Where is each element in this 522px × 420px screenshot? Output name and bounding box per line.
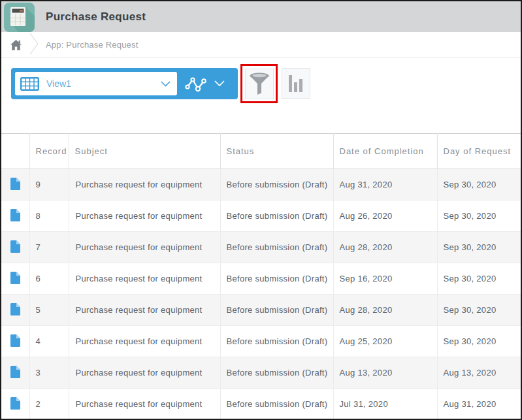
cell-date-of-completion: Aug 28, 2020 — [333, 232, 437, 263]
column-header-icon — [1, 134, 29, 169]
cell-record: 2 — [29, 389, 69, 420]
app-header: Purchase Request — [1, 1, 521, 32]
toolbar: View1 — [1, 58, 521, 133]
table-row[interactable]: 2Purchase request for equipmentBefore su… — [1, 389, 521, 420]
cell-date-of-completion: Aug 25, 2020 — [333, 326, 437, 357]
current-view-name: View1 — [46, 78, 71, 89]
cell-date-of-completion: Sep 16, 2020 — [333, 263, 437, 295]
cell-status: Before submission (Draft) — [220, 357, 333, 389]
filter-button[interactable] — [245, 69, 274, 99]
cell-status: Before submission (Draft) — [220, 389, 333, 420]
cell-subject: Purchase request for equipment — [69, 263, 220, 295]
cell-date-of-completion: Aug 28, 2020 — [333, 295, 437, 326]
table-row[interactable]: 6Purchase request for equipmentBefore su… — [1, 263, 521, 295]
chart-button[interactable] — [282, 68, 310, 99]
chevron-down-icon — [161, 81, 171, 87]
document-icon[interactable] — [10, 303, 20, 315]
cell-record: 9 — [29, 169, 69, 201]
cell-status: Before submission (Draft) — [220, 295, 333, 326]
table-body: 9Purchase request for equipmentBefore su… — [1, 169, 521, 420]
cell-status: Before submission (Draft) — [220, 263, 333, 295]
table-row[interactable]: 7Purchase request for equipmentBefore su… — [1, 232, 521, 263]
cell-subject: Purchase request for equipment — [69, 357, 220, 389]
table-row[interactable]: 9Purchase request for equipmentBefore su… — [1, 169, 521, 201]
cell-record: 6 — [29, 263, 69, 295]
table-row[interactable]: 4Purchase request for equipmentBefore su… — [1, 326, 521, 357]
document-icon[interactable] — [10, 209, 20, 221]
cell-day-of-request: Sep 30, 2020 — [437, 326, 521, 357]
records-table: Record Subject Status Date of Completion… — [1, 133, 521, 420]
home-icon[interactable] — [10, 40, 22, 50]
cell-subject: Purchase request for equipment — [69, 326, 220, 357]
cell-day-of-request: Sep 30, 2020 — [437, 169, 521, 201]
column-header-subject: Subject — [69, 134, 220, 169]
table-header-row: Record Subject Status Date of Completion… — [1, 134, 521, 169]
table-grid-icon — [20, 77, 39, 91]
cell-record: 4 — [29, 326, 69, 357]
column-header-status: Status — [220, 134, 333, 169]
cell-status: Before submission (Draft) — [220, 201, 333, 232]
cell-status: Before submission (Draft) — [220, 326, 333, 357]
page-title: Purchase Request — [46, 10, 146, 24]
cell-date-of-completion: Aug 31, 2020 — [333, 169, 437, 201]
document-icon[interactable] — [10, 240, 20, 253]
cell-day-of-request: Sep 30, 2020 — [437, 295, 521, 326]
view-dropdown[interactable]: View1 — [15, 72, 177, 95]
cell-day-of-request: Sep 30, 2020 — [437, 232, 521, 263]
graph-menu-chevron-icon[interactable] — [214, 80, 225, 87]
document-icon[interactable] — [10, 272, 20, 284]
column-header-date-of-completion: Date of Completion — [333, 134, 437, 169]
cell-record: 5 — [29, 295, 69, 326]
column-header-day-of-request: Day of Request — [437, 134, 521, 169]
document-icon[interactable] — [10, 178, 20, 190]
calculator-app-icon — [4, 3, 35, 32]
funnel-icon — [250, 73, 269, 95]
document-icon[interactable] — [10, 397, 20, 410]
document-icon[interactable] — [10, 334, 20, 347]
cell-subject: Purchase request for equipment — [69, 295, 220, 326]
table-row[interactable]: 5Purchase request for equipmentBefore su… — [1, 295, 521, 326]
filter-highlight-box — [240, 64, 278, 103]
breadcrumb: App: Purchase Request — [1, 32, 521, 58]
cell-date-of-completion: Aug 13, 2020 — [333, 357, 437, 389]
cell-record: 8 — [29, 201, 69, 232]
breadcrumb-app-label[interactable]: App: Purchase Request — [46, 40, 139, 50]
cell-day-of-request: Sep 30, 2020 — [437, 263, 521, 295]
cell-subject: Purchase request for equipment — [69, 169, 220, 201]
cell-status: Before submission (Draft) — [220, 232, 333, 263]
cell-status: Before submission (Draft) — [220, 169, 333, 201]
cell-day-of-request: Aug 13, 2020 — [437, 357, 521, 389]
graph-button[interactable] — [185, 75, 206, 93]
cell-record: 7 — [29, 232, 69, 263]
cell-date-of-completion: Jul 31, 2020 — [333, 389, 437, 420]
breadcrumb-separator-icon — [29, 33, 39, 57]
cell-subject: Purchase request for equipment — [69, 232, 220, 263]
line-chart-icon — [185, 75, 206, 93]
cell-date-of-completion: Aug 26, 2020 — [333, 201, 437, 232]
table-row[interactable]: 8Purchase request for equipmentBefore su… — [1, 201, 521, 232]
cell-day-of-request: Aug 31, 2020 — [437, 389, 521, 420]
table-row[interactable]: 3Purchase request for equipmentBefore su… — [1, 357, 521, 389]
cell-day-of-request: Sep 30, 2020 — [437, 201, 521, 232]
view-selector: View1 — [11, 68, 238, 99]
document-icon[interactable] — [10, 366, 20, 378]
bar-chart-icon — [289, 74, 303, 93]
cell-subject: Purchase request for equipment — [69, 389, 220, 420]
cell-subject: Purchase request for equipment — [69, 201, 220, 232]
column-header-record: Record — [29, 134, 69, 169]
cell-record: 3 — [29, 357, 69, 389]
